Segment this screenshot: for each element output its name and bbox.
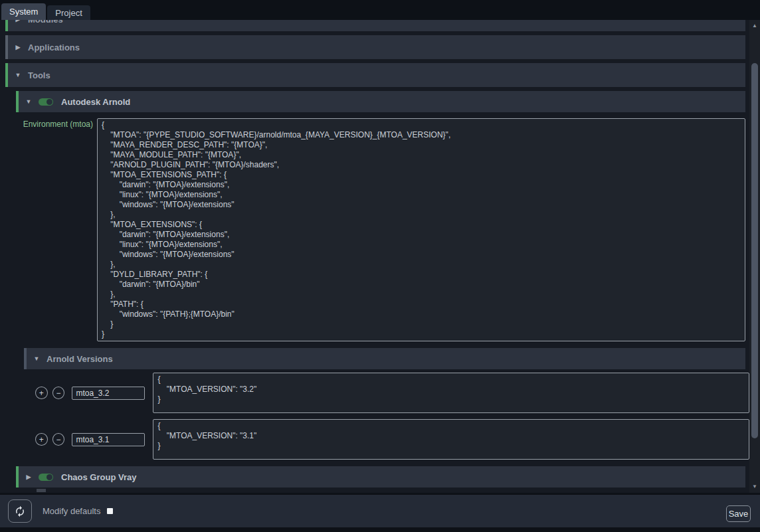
section-title: Tools [28,70,50,80]
toggle-knob-icon [47,99,52,105]
vertical-scrollbar-thumb[interactable] [751,63,758,438]
version-key-input[interactable] [72,433,145,446]
chevron-right-icon: ▶ [24,474,33,480]
remove-item-button[interactable]: − [52,433,65,446]
environment-mtoa-editor[interactable]: { "MTOA": "{PYPE_STUDIO_SOFTWARE}/arnold… [97,118,745,341]
version-key-input[interactable] [72,387,145,400]
subsection-title: Arnold Versions [47,354,113,364]
version-value-editor[interactable]: { "MTOA_VERSION": "3.1" } [153,419,749,460]
section-header-modules[interactable]: ▶ Modules [5,20,745,31]
version-value-editor[interactable]: { "MTOA_VERSION": "3.2" } [153,373,749,413]
vray-enabled-toggle[interactable] [39,474,53,481]
section-title: Applications [28,43,80,52]
section-title: Modules [28,20,63,25]
horizontal-scrollbar-thumb[interactable] [37,489,46,492]
footer-bar: Modify defaults Save [0,494,760,527]
section-header-tools[interactable]: ▼ Tools [5,63,745,87]
arnold-version-row: + − { "MTOA_VERSION": "3.1" } [35,419,749,460]
tab-bar: System Project [0,0,760,20]
toggle-knob-icon [47,474,52,480]
refresh-icon [14,505,26,517]
scroll-up-icon[interactable]: ▲ [749,21,760,31]
add-item-button[interactable]: + [35,433,48,446]
subsection-title: Autodesk Arnold [61,97,130,107]
modify-defaults-label: Modify defaults [43,506,100,516]
window-bottom-edge [0,527,760,532]
add-item-button[interactable]: + [35,387,48,399]
chevron-down-icon: ▼ [32,355,41,362]
settings-window: System Project ▶ Modules ▶ Applications … [0,0,760,532]
refresh-button[interactable] [8,499,32,523]
modify-defaults-checkbox[interactable] [107,508,113,514]
tab-system[interactable]: System [1,3,46,20]
subsection-header-autodesk-arnold[interactable]: ▼ Autodesk Arnold [16,91,745,112]
chevron-down-icon: ▼ [24,98,33,105]
scroll-down-icon[interactable]: ▼ [749,482,760,491]
save-button[interactable]: Save [726,505,751,522]
subsection-title: Chaos Group Vray [61,472,136,482]
chevron-down-icon: ▼ [13,72,23,78]
chevron-right-icon: ▶ [13,44,23,50]
vertical-scrollbar[interactable]: ▲ ▼ [749,20,760,493]
environment-mtoa-label: Environment (mtoa) [0,118,97,129]
subsection-header-arnold-versions[interactable]: ▼ Arnold Versions [24,348,745,369]
arnold-version-row: + − { "MTOA_VERSION": "3.2" } [35,373,749,413]
environment-mtoa-row: Environment (mtoa) { "MTOA": "{PYPE_STUD… [0,118,749,341]
remove-item-button[interactable]: − [52,387,65,399]
section-header-applications[interactable]: ▶ Applications [5,35,745,59]
settings-scroll-area[interactable]: ▶ Modules ▶ Applications ▼ Tools ▼ [0,20,749,493]
chevron-right-icon: ▶ [13,20,23,23]
tab-project[interactable]: Project [47,5,90,20]
subsection-header-chaos-group-vray[interactable]: ▶ Chaos Group Vray [16,466,745,488]
arnold-enabled-toggle[interactable] [39,98,53,106]
